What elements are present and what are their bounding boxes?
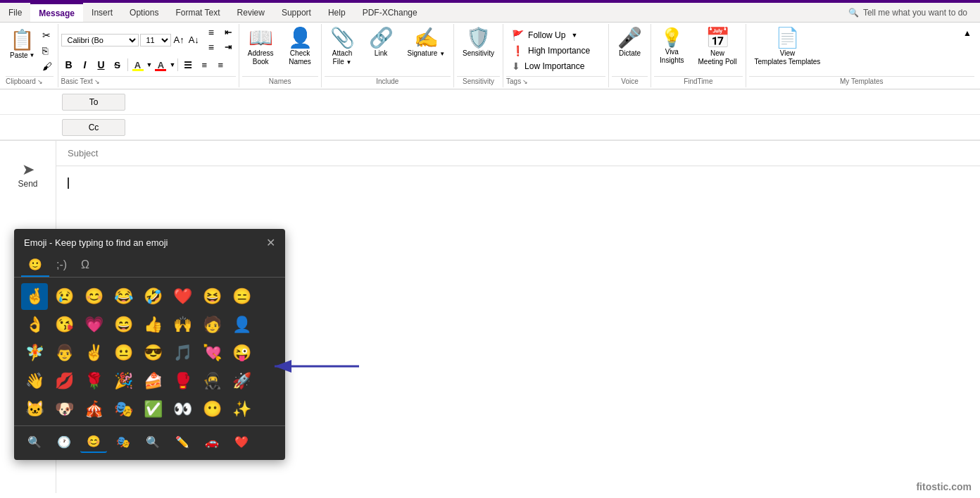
emoji-cell[interactable]: 🎪 xyxy=(80,396,107,423)
emoji-cell[interactable]: 🌹 xyxy=(80,368,107,394)
emoji-cell[interactable]: 👍 xyxy=(139,311,166,338)
font-selector[interactable]: Calibri (Bo xyxy=(61,34,139,46)
emoji-cell[interactable]: 🙌 xyxy=(169,311,196,338)
emoji-cell[interactable]: 😆 xyxy=(199,283,225,310)
send-button[interactable]: ➤ Send xyxy=(12,155,43,194)
link-button[interactable]: 🔗 Link xyxy=(363,25,399,61)
ribbon-collapse-button[interactable]: ▲ xyxy=(960,25,974,41)
emoji-travel-tab[interactable]: 🚗 xyxy=(199,430,225,453)
emoji-cell[interactable]: 💘 xyxy=(199,340,225,366)
grow-font-button[interactable]: A↑ xyxy=(172,35,186,45)
tab-file[interactable]: File xyxy=(0,3,30,22)
emoji-close-button[interactable]: ✕ xyxy=(266,236,275,249)
emoji-search-tab[interactable]: 🔍 xyxy=(21,430,48,453)
emoji-cell[interactable]: 🧑 xyxy=(199,311,225,338)
tags-expand-icon[interactable]: ↘ xyxy=(522,78,528,85)
emoji-cell[interactable]: 🍰 xyxy=(139,368,166,394)
emoji-cell[interactable]: 😎 xyxy=(139,340,166,366)
emoji-pencil-tab[interactable]: ✏️ xyxy=(169,430,196,453)
emoji-cell[interactable]: 🤞 xyxy=(21,283,48,310)
tab-help[interactable]: Help xyxy=(320,3,354,22)
address-book-button[interactable]: 📖 AddressBook xyxy=(242,25,279,69)
align-center-button[interactable]: ≡ xyxy=(196,58,212,72)
emoji-cell[interactable]: 😜 xyxy=(228,340,255,366)
to-input[interactable] xyxy=(128,94,980,110)
emoji-cell[interactable]: 👤 xyxy=(228,311,255,338)
emoji-cell[interactable]: 🥷 xyxy=(199,368,225,394)
subject-input[interactable] xyxy=(62,145,974,161)
signature-button[interactable]: ✍ Signature ▼ xyxy=(402,25,451,61)
tab-support[interactable]: Support xyxy=(273,3,320,22)
bold-button[interactable]: B xyxy=(61,58,77,72)
bullets-button[interactable]: ≡ xyxy=(203,25,219,39)
emoji-cell[interactable]: 🧚 xyxy=(21,340,48,366)
font-color-dropdown[interactable]: ▼ xyxy=(169,61,175,68)
tab-review[interactable]: Review xyxy=(229,3,273,22)
emoji-cell[interactable]: 👋 xyxy=(21,368,48,394)
tab-format-text[interactable]: Format Text xyxy=(167,3,228,22)
cut-button[interactable]: ✂ xyxy=(41,28,54,42)
dictate-button[interactable]: 🎤 Dictate xyxy=(612,25,648,61)
tab-message[interactable]: Message xyxy=(30,3,83,22)
emoji-activities-tab[interactable]: 🎭 xyxy=(110,430,137,453)
tab-insert[interactable]: Insert xyxy=(83,3,121,22)
emoji-hearts-tab[interactable]: ❤️ xyxy=(228,430,255,453)
font-color-button[interactable]: A xyxy=(153,58,168,72)
emoji-cell[interactable]: ✅ xyxy=(139,396,166,423)
emoji-cell[interactable]: ❤️ xyxy=(169,283,196,310)
high-importance-button[interactable]: ❗ High Importance xyxy=(509,44,593,58)
viva-insights-button[interactable]: 💡 VivaInsights xyxy=(654,25,689,68)
sensitivity-button[interactable]: 🛡️ Sensitivity xyxy=(457,25,500,61)
emoji-cell[interactable]: 😢 xyxy=(51,283,77,310)
shrink-font-button[interactable]: A↓ xyxy=(187,35,201,45)
emoji-smiley-tab[interactable]: 😊 xyxy=(80,430,107,453)
cc-button[interactable]: Cc xyxy=(62,119,125,136)
increase-indent-button[interactable]: ⇥ xyxy=(220,40,236,54)
emoji-cell[interactable]: 😶 xyxy=(199,396,225,423)
numbers-button[interactable]: ≡ xyxy=(203,40,219,54)
emoji-cell[interactable]: 🐱 xyxy=(21,396,48,423)
emoji-tab-smiley[interactable]: 🙂 xyxy=(21,254,49,277)
emoji-cell[interactable]: 😑 xyxy=(228,283,255,310)
to-button[interactable]: To xyxy=(62,94,125,111)
emoji-cell[interactable]: 🎉 xyxy=(110,368,137,394)
check-names-button[interactable]: 👤 CheckNames xyxy=(282,25,318,69)
strikethrough-button[interactable]: S xyxy=(110,58,125,72)
new-meeting-poll-button[interactable]: 📅 NewMeeting Poll xyxy=(693,25,743,69)
cc-input[interactable] xyxy=(128,119,980,135)
emoji-cell[interactable]: 😊 xyxy=(80,283,107,310)
emoji-cell[interactable]: 😐 xyxy=(110,340,137,366)
format-painter-button[interactable]: 🖌 xyxy=(41,59,54,73)
emoji-tab-omega[interactable]: Ω xyxy=(74,254,96,277)
emoji-recent-tab[interactable]: 🕐 xyxy=(51,430,77,453)
emoji-cell[interactable]: 👀 xyxy=(169,396,196,423)
search-area[interactable]: 🔍 Tell me what you want to do xyxy=(840,3,980,22)
emoji-tab-symbols[interactable]: ;-) xyxy=(49,254,74,277)
emoji-cell[interactable]: 😂 xyxy=(110,283,137,310)
emoji-cell[interactable]: 🤣 xyxy=(139,283,166,310)
emoji-cell[interactable]: 👌 xyxy=(21,311,48,338)
clipboard-expand-icon[interactable]: ↘ xyxy=(37,78,43,85)
emoji-cell[interactable]: 🚀 xyxy=(228,368,255,394)
follow-up-button[interactable]: 🚩 Follow Up ▼ xyxy=(509,28,593,42)
emoji-cell[interactable]: 👨 xyxy=(51,340,77,366)
emoji-cell[interactable]: 🎭 xyxy=(110,396,137,423)
emoji-cell[interactable]: ✌️ xyxy=(80,340,107,366)
emoji-cell[interactable]: ✨ xyxy=(228,396,255,423)
attach-file-button[interactable]: 📎 AttachFile ▼ xyxy=(325,25,360,69)
copy-button[interactable]: ⎘ xyxy=(41,44,54,58)
emoji-cell[interactable]: 🎵 xyxy=(169,340,196,366)
highlight-dropdown[interactable]: ▼ xyxy=(146,61,153,68)
low-importance-button[interactable]: ⬇ Low Importance xyxy=(509,59,593,73)
tab-options[interactable]: Options xyxy=(121,3,167,22)
highlight-button[interactable]: A xyxy=(130,58,146,72)
emoji-cell[interactable]: 💋 xyxy=(51,368,77,394)
paste-button[interactable]: 📋 Paste ▼ xyxy=(6,25,39,62)
emoji-cell[interactable]: 😄 xyxy=(110,311,137,338)
emoji-cell[interactable]: 😘 xyxy=(51,311,77,338)
follow-up-dropdown[interactable]: ▼ xyxy=(571,32,577,39)
emoji-cell[interactable]: 🐶 xyxy=(51,396,77,423)
decrease-indent-button[interactable]: ⇤ xyxy=(220,25,236,39)
view-templates-button[interactable]: 📄 ViewTemplates Templates xyxy=(749,25,827,69)
italic-button[interactable]: I xyxy=(77,58,93,72)
